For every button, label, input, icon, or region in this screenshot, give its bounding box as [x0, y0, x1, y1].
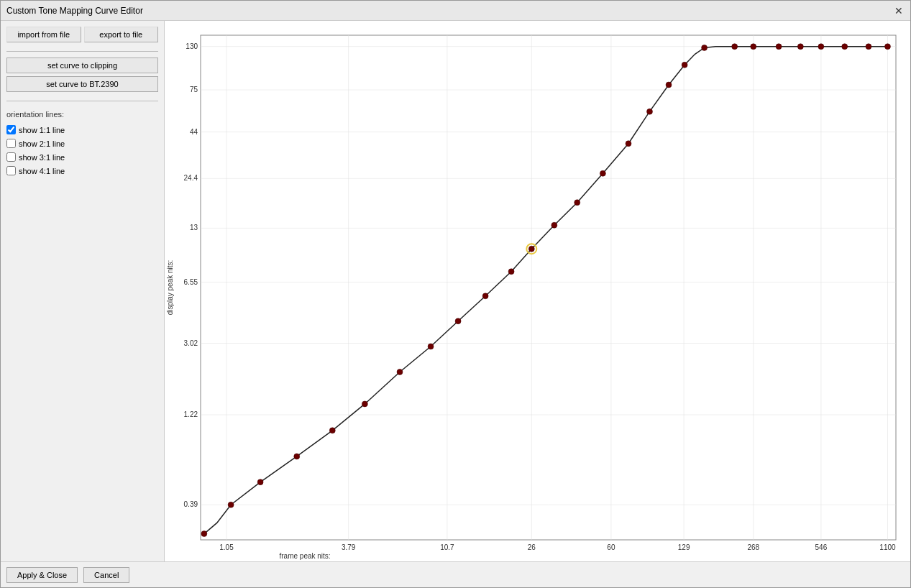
show-4-1-row: show 4:1 line	[6, 165, 158, 176]
window-title: Custom Tone Mapping Curve Editor	[6, 6, 143, 16]
show-3-1-label: show 3:1 line	[19, 153, 65, 162]
set-curve-clipping-button[interactable]: set curve to clipping	[6, 58, 158, 73]
orientation-lines-label: orientation lines:	[6, 110, 158, 119]
show-2-1-checkbox[interactable]	[6, 139, 16, 148]
chart-area[interactable]	[165, 21, 910, 561]
show-1-1-label: show 1:1 line	[19, 126, 65, 134]
apply-close-button[interactable]: Apply & Close	[6, 567, 78, 583]
show-3-1-row: show 3:1 line	[6, 152, 158, 162]
bottom-bar: Apply & Close Cancel	[1, 561, 910, 587]
close-button[interactable]: ✕	[893, 5, 905, 17]
show-2-1-label: show 2:1 line	[19, 139, 65, 148]
import-from-file-button[interactable]: import from file	[6, 27, 81, 42]
show-1-1-checkbox[interactable]	[6, 125, 16, 134]
show-1-1-row: show 1:1 line	[6, 124, 158, 135]
title-bar: Custom Tone Mapping Curve Editor ✕	[1, 1, 910, 21]
show-2-1-row: show 2:1 line	[6, 138, 158, 149]
cancel-button[interactable]: Cancel	[83, 567, 129, 583]
main-window: Custom Tone Mapping Curve Editor ✕ impor…	[0, 0, 911, 588]
curve-buttons: set curve to clipping set curve to BT.23…	[6, 58, 158, 92]
separator-1	[6, 51, 158, 52]
main-content: import from file export to file set curv…	[1, 21, 910, 561]
set-curve-bt2390-button[interactable]: set curve to BT.2390	[6, 76, 158, 92]
separator-2	[6, 101, 158, 101]
sidebar: import from file export to file set curv…	[1, 21, 165, 561]
show-4-1-label: show 4:1 line	[19, 167, 65, 175]
file-buttons-row: import from file export to file	[6, 27, 158, 42]
export-to-file-button[interactable]: export to file	[84, 27, 159, 42]
show-3-1-checkbox[interactable]	[6, 152, 16, 162]
show-4-1-checkbox[interactable]	[6, 166, 16, 175]
tone-mapping-chart[interactable]	[165, 21, 910, 561]
